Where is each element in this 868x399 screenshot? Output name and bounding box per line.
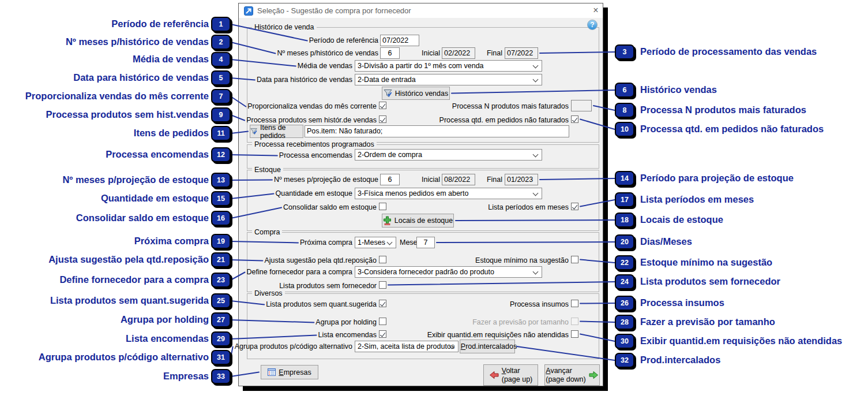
combo-value: 2-Sim, aceita lista de produtos (358, 342, 454, 350)
combo-value: 2-Ordem de compra (358, 151, 422, 159)
chk-processa-qtd[interactable] (571, 115, 578, 123)
callout-badge-33: 33 (211, 369, 231, 384)
callout-badge-16: 16 (211, 211, 231, 226)
callout-badge-2: 2 (211, 35, 231, 50)
chk-lista-sem-sugerida[interactable] (379, 300, 386, 307)
lbl-define-fornecedor: Define fornecedor para a compra (247, 268, 352, 277)
combo-value: 3-Considera fornecedor padrão do produto (358, 268, 494, 276)
combo-define-fornecedor[interactable]: 3-Considera fornecedor padrão do produto (355, 266, 542, 278)
combo-data-historico[interactable]: 2-Data de entrada (355, 74, 542, 85)
callout-label-3: Período de processamento das vendas (640, 45, 817, 58)
callout-label-22: Estoque mínimo na sugestão (640, 256, 772, 269)
callout-badge-24: 24 (615, 274, 634, 289)
callout-badge-28: 28 (615, 315, 634, 330)
inp-meses[interactable]: 7 (416, 237, 435, 248)
lbl-fazer-previsao: Fazer a previsão por tamanho (472, 318, 569, 327)
group-label: Diversos (252, 289, 285, 297)
btn-historico-vendas[interactable]: Histórico vendas (382, 87, 450, 100)
combo-value: 1-Meses (358, 238, 385, 247)
btn-voltar[interactable]: Voltar (page up) (483, 364, 538, 386)
chk-estoque-minimo[interactable] (571, 256, 578, 263)
callout-label-16: Consolidar saldo em estoque (76, 211, 209, 224)
combo-processa-encomendas[interactable]: 2-Ordem de compra (355, 149, 542, 161)
inp-pos-item[interactable]: Pos.item: Não faturado; (305, 125, 569, 137)
lbl-lista-sem-fornecedor: Lista produtos sem fornecedor (279, 282, 377, 290)
lbl-n-meses-projecao: Nº meses p/projeção de estoque (274, 176, 378, 184)
chk-agrupa-holding[interactable] (379, 318, 386, 325)
inp-proj-inicial: 08/2022 (442, 174, 475, 185)
btn-empresas[interactable]: Empresas (261, 365, 318, 379)
chk-lista-periodos[interactable] (571, 203, 578, 210)
callout-badge-31: 31 (211, 350, 231, 365)
lbl-lista-sem-sugerida: Lista produtos sem quant.sugerida (266, 300, 377, 309)
combo-proxima-compra[interactable]: 1-Meses (355, 237, 396, 248)
chk-ajusta-sugestao[interactable] (379, 256, 386, 263)
titlebar: Seleção - Sugestão de compra por fornece… (239, 3, 603, 18)
help-icon[interactable]: ? (587, 20, 598, 30)
lbl-proj-inicial: Inicial (422, 176, 440, 184)
app-icon (244, 6, 253, 16)
lbl-data-historico: Data para histórico de vendas (257, 76, 352, 84)
button-label: Voltar (502, 367, 520, 375)
inp-n-meses-projecao[interactable]: 6 (380, 174, 400, 185)
chk-processa-insumos[interactable] (571, 300, 578, 307)
btn-avancar[interactable]: Avançar (page down) (544, 364, 600, 386)
callout-label-12: Processa encomendas (106, 148, 209, 161)
group-label: Histórico de venda (252, 23, 317, 31)
inp-n-meses-historico[interactable]: 6 (380, 47, 400, 59)
combo-value: 3-Divisão a partir do 1º mês com venda (358, 62, 484, 70)
chk-processa-sem-hist[interactable] (379, 115, 386, 123)
callout-badge-19: 19 (211, 234, 231, 249)
callout-badge-14: 14 (615, 171, 634, 186)
button-label: Itens de pedidos (260, 124, 303, 140)
combo-quantidade-estoque[interactable]: 3-Física menos pedidos em aberto (355, 188, 542, 199)
chevron-down-icon (533, 152, 539, 158)
btn-itens-pedidos[interactable]: Itens de pedidos (250, 125, 303, 138)
lbl-proj-final: Final (487, 176, 502, 184)
callout-label-11: Itens de pedidos (134, 126, 209, 139)
callout-label-7: Proporcionaliza vendas do mês corrente (25, 90, 209, 102)
lbl-quantidade-estoque: Quantidade em estoque (276, 189, 352, 198)
callout-label-17: Lista períodos em meses (640, 193, 754, 206)
callout-badge-30: 30 (615, 334, 634, 349)
callout-badge-22: 22 (615, 255, 634, 270)
combo-value: 2-Data de entrada (358, 76, 416, 84)
callout-label-25: Lista produtos sem quant.sugerida (50, 294, 209, 307)
callout-badge-25: 25 (211, 293, 231, 308)
inp-proj-final: 01/2023 (505, 174, 538, 185)
lbl-proporcionaliza: Proporcionaliza vendas do mês corrente (247, 102, 377, 111)
lbl-hist-inicial: Inicial (422, 49, 440, 58)
btn-prod-intercalados[interactable]: Prod.intercalados (460, 340, 515, 353)
callout-badge-20: 20 (615, 234, 634, 249)
combo-media-vendas[interactable]: 3-Divisão a partir do 1º mês com venda (355, 60, 542, 72)
callout-label-23: Define fornecedor para a compra (59, 273, 209, 286)
chevron-down-icon (533, 191, 539, 196)
chk-consolidar-saldo[interactable] (379, 203, 386, 210)
add-icon (383, 216, 392, 225)
chk-lista-encomendas[interactable] (379, 330, 386, 338)
lbl-agrupa-codigo: Agrupa produtos p/código alternativo (235, 342, 352, 351)
chk-lista-sem-fornecedor[interactable] (379, 281, 386, 289)
callout-label-20: Dias/Meses (640, 235, 692, 248)
callout-badge-1: 1 (211, 17, 231, 32)
btn-locais-estoque[interactable]: Locais de estoque (382, 214, 454, 228)
callout-label-19: Próxima compra (134, 234, 209, 247)
chk-proporcionaliza[interactable] (379, 102, 386, 109)
inp-hist-final: 07/2022 (505, 47, 538, 59)
inp-processa-n[interactable] (571, 100, 592, 111)
callout-badge-9: 9 (211, 107, 231, 122)
chevron-down-icon (387, 240, 393, 245)
combo-agrupa-codigo[interactable]: 2-Sim, aceita lista de produtos (355, 341, 459, 352)
chevron-down-icon (533, 269, 539, 275)
inp-periodo-referencia[interactable]: 07/2022 (380, 35, 419, 46)
chevron-down-icon (533, 63, 539, 69)
close-icon[interactable]: × (589, 5, 602, 16)
callout-badge-13: 13 (211, 173, 231, 188)
callout-label-6: Histórico vendas (640, 83, 717, 96)
chevron-down-icon (533, 77, 539, 83)
callout-label-14: Período para projeção de estoque (640, 171, 794, 184)
callout-badge-26: 26 (615, 296, 634, 311)
companies-icon (268, 368, 276, 376)
chk-fazer-previsao (571, 318, 578, 325)
chk-exibir-quantid[interactable] (571, 330, 578, 338)
